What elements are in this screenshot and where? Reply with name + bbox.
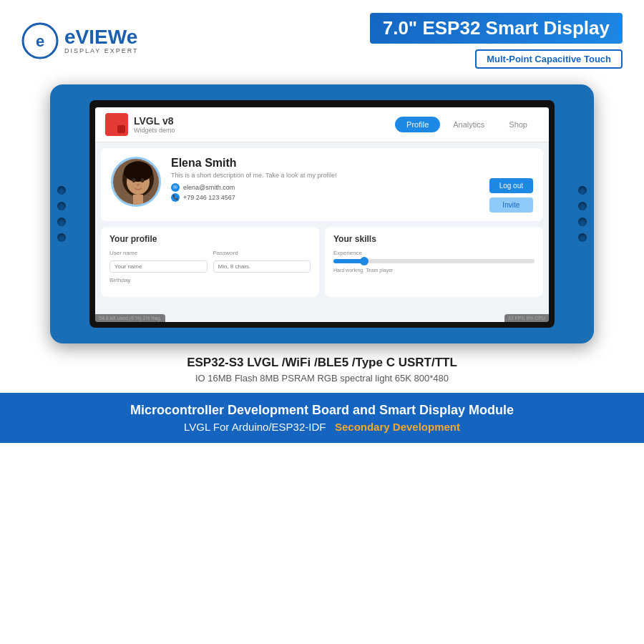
skill-bar-container[interactable]	[333, 259, 535, 263]
svg-rect-2	[108, 116, 116, 124]
your-skills-card: Your skills Experience Hard working Team…	[325, 227, 543, 297]
profile-info: Elena Smith This is a short description …	[171, 157, 479, 202]
lvgl-topbar: LVGL v8 Widgets demo Profile Analytics S…	[95, 107, 549, 142]
bottom-row: Your profile User name Password	[101, 227, 543, 297]
password-input[interactable]	[213, 260, 311, 273]
logo-tagline: DISPLAY EXPERT	[64, 47, 139, 54]
tab-profile[interactable]: Profile	[395, 117, 440, 132]
username-group: User name	[109, 250, 208, 273]
svg-rect-5	[117, 125, 125, 133]
logo-area: e eVIEWe DISPLAY EXPERT	[21, 22, 139, 59]
display-device: LVGL v8 Widgets demo Profile Analytics S…	[50, 84, 594, 343]
footer-line1: Microcontroller Development Board and Sm…	[21, 403, 623, 418]
avatar	[111, 157, 161, 207]
email-item: ✉ elena@smith.com	[171, 183, 479, 192]
hole-2	[57, 202, 66, 210]
hole-7	[578, 218, 587, 226]
birthday-label: Birthday	[109, 277, 311, 283]
username-label: User name	[109, 250, 208, 256]
profile-name: Elena Smith	[171, 157, 479, 170]
lvgl-app-title: LVGL v8 Widgets demo	[134, 115, 175, 134]
skill-bar-fill	[333, 259, 364, 263]
lvgl-title-text: LVGL v8	[134, 115, 175, 127]
svg-rect-4	[108, 125, 116, 133]
spec-line2: IO 16MB Flash 8MB PSRAM RGB spectral lig…	[29, 373, 615, 384]
logo-brand: eVIEWe	[64, 27, 139, 47]
lvgl-logo-area: LVGL v8 Widgets demo	[105, 113, 175, 136]
screen-outer: LVGL v8 Widgets demo Profile Analytics S…	[89, 100, 555, 328]
skill-bar-handle	[360, 257, 369, 265]
lvgl-logo-icon	[105, 113, 128, 136]
footer-section: Microcontroller Development Board and Sm…	[0, 393, 644, 443]
skill-tag-1: Hard working	[333, 268, 363, 273]
svg-point-9	[124, 162, 152, 182]
tab-shop[interactable]: Shop	[497, 117, 539, 132]
main-title: 7.0" ESP32 Smart Display	[370, 13, 623, 44]
svg-point-10	[132, 178, 136, 182]
bottom-info: ESP32-S3 LVGL /WiFi /BLE5 /Type C USRT/T…	[0, 347, 644, 387]
hole-4	[57, 233, 66, 242]
experience-label: Experience	[333, 250, 535, 256]
title-area: 7.0" ESP32 Smart Display Mult-Point Capa…	[370, 13, 623, 69]
lvgl-sub-text: Widgets demo	[134, 127, 175, 134]
hole-3	[57, 218, 66, 226]
profile-contact: ✉ elena@smith.com 📞 +79 246 123 4567	[171, 183, 479, 202]
your-skills-title: Your skills	[333, 234, 535, 244]
password-group: Password	[213, 250, 311, 273]
footer-line2-plain: LVGL For Arduino/ESP32-IDF	[184, 421, 326, 433]
svg-rect-13	[133, 195, 143, 207]
skills-tags: Hard working Team player	[333, 268, 535, 273]
lvgl-tabs: Profile Analytics Shop	[395, 117, 539, 132]
status-overlay-right: 33 FPS 9% CPU	[504, 314, 549, 322]
profile-card: Elena Smith This is a short description …	[101, 148, 543, 221]
hole-8	[578, 233, 587, 242]
svg-point-11	[141, 178, 145, 182]
spec-line1: ESP32-S3 LVGL /WiFi /BLE5 /Type C USRT/T…	[29, 356, 615, 370]
invite-button[interactable]: Invite	[489, 197, 533, 213]
phone-text: +79 246 123 4567	[183, 194, 235, 201]
your-profile-title: Your profile	[109, 234, 311, 244]
your-profile-card: Your profile User name Password	[101, 227, 319, 297]
svg-rect-3	[117, 116, 125, 124]
svg-text:e: e	[36, 32, 44, 50]
eviewe-logo-icon: e	[21, 22, 59, 59]
hole-6	[578, 202, 587, 210]
hole-5	[578, 186, 587, 195]
form-row-1: User name Password	[109, 250, 311, 273]
side-holes-left	[57, 186, 66, 242]
footer-line2: LVGL For Arduino/ESP32-IDF Secondary Dev…	[21, 421, 623, 433]
lvgl-screen: LVGL v8 Widgets demo Profile Analytics S…	[95, 107, 549, 322]
phone-item: 📞 +79 246 123 4567	[171, 193, 479, 202]
email-icon: ✉	[171, 183, 180, 192]
birthday-group: Birthday	[109, 277, 311, 286]
device-container: LVGL v8 Widgets demo Profile Analytics S…	[0, 77, 644, 347]
form-row-2: Birthday	[109, 277, 311, 286]
logo-text: eVIEWe DISPLAY EXPERT	[64, 27, 139, 54]
email-text: elena@smith.com	[183, 184, 235, 191]
footer-line2-highlight: Secondary Development	[335, 421, 460, 433]
status-overlay-left: 54.8 kB used (6 %) 1% frag.	[95, 314, 165, 322]
hole-1	[57, 186, 66, 195]
profile-actions: Log out Invite	[489, 178, 533, 213]
svg-point-12	[137, 184, 140, 186]
tab-analytics[interactable]: Analytics	[441, 117, 496, 132]
username-input[interactable]	[109, 260, 208, 273]
top-section: e eVIEWe DISPLAY EXPERT 7.0" ESP32 Smart…	[0, 0, 644, 77]
logout-button[interactable]: Log out	[489, 178, 533, 193]
skill-tag-2: Team player	[366, 268, 393, 273]
profile-description: This is a short description of me. Take …	[171, 172, 479, 179]
subtitle-badge: Mult-Point Capacitive Touch	[475, 49, 623, 69]
phone-icon: 📞	[171, 193, 180, 202]
password-label: Password	[213, 250, 311, 256]
side-holes-right	[578, 186, 587, 242]
svg-rect-14	[124, 205, 152, 207]
